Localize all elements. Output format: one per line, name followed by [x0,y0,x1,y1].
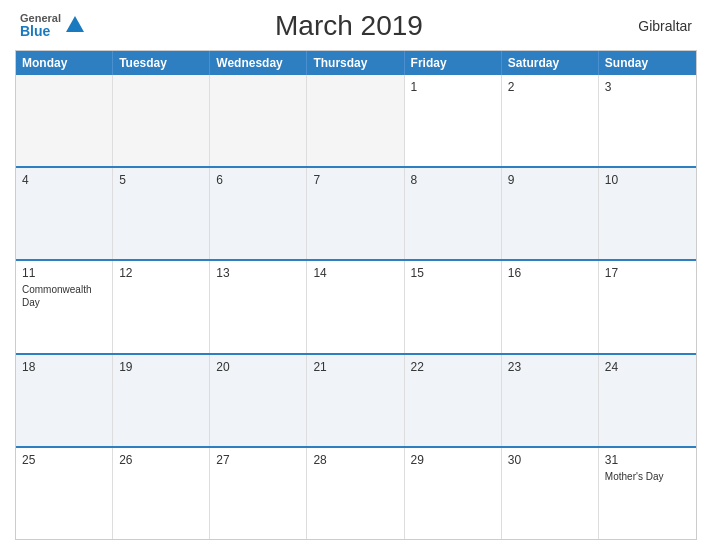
day-number: 26 [119,453,203,467]
day-number: 19 [119,360,203,374]
cal-cell-2-4: 7 [307,168,404,259]
cal-cell-1-4 [307,75,404,166]
day-number: 6 [216,173,300,187]
day-number: 9 [508,173,592,187]
header-cell-sunday: Sunday [599,51,696,75]
cal-cell-5-4: 28 [307,448,404,539]
day-number: 14 [313,266,397,280]
header-cell-saturday: Saturday [502,51,599,75]
header-cell-tuesday: Tuesday [113,51,210,75]
header-cell-friday: Friday [405,51,502,75]
day-number: 25 [22,453,106,467]
cal-cell-1-3 [210,75,307,166]
cal-cell-2-3: 6 [210,168,307,259]
calendar-week-2: 45678910 [16,168,696,261]
cal-cell-4-4: 21 [307,355,404,446]
event-text: Mother's Day [605,470,690,483]
day-number: 15 [411,266,495,280]
day-number: 13 [216,266,300,280]
cal-cell-3-6: 16 [502,261,599,352]
cal-cell-4-6: 23 [502,355,599,446]
svg-marker-0 [66,16,84,32]
calendar-body: 1234567891011Commonwealth Day12131415161… [16,75,696,539]
day-number: 4 [22,173,106,187]
cal-cell-3-5: 15 [405,261,502,352]
day-number: 17 [605,266,690,280]
header-cell-wednesday: Wednesday [210,51,307,75]
day-number: 12 [119,266,203,280]
header-cell-thursday: Thursday [307,51,404,75]
cal-cell-1-6: 2 [502,75,599,166]
cal-cell-5-1: 25 [16,448,113,539]
cal-cell-5-7: 31Mother's Day [599,448,696,539]
cal-cell-3-2: 12 [113,261,210,352]
day-number: 3 [605,80,690,94]
header: General Blue March 2019 Gibraltar [15,10,697,42]
day-number: 5 [119,173,203,187]
cal-cell-2-5: 8 [405,168,502,259]
cal-cell-4-2: 19 [113,355,210,446]
day-number: 2 [508,80,592,94]
cal-cell-2-7: 10 [599,168,696,259]
page: General Blue March 2019 Gibraltar Monday… [0,0,712,550]
header-cell-monday: Monday [16,51,113,75]
day-number: 8 [411,173,495,187]
cal-cell-5-5: 29 [405,448,502,539]
day-number: 10 [605,173,690,187]
cal-cell-5-2: 26 [113,448,210,539]
cal-cell-5-3: 27 [210,448,307,539]
day-number: 18 [22,360,106,374]
day-number: 23 [508,360,592,374]
cal-cell-1-7: 3 [599,75,696,166]
calendar-week-4: 18192021222324 [16,355,696,448]
day-number: 24 [605,360,690,374]
day-number: 7 [313,173,397,187]
cal-cell-2-2: 5 [113,168,210,259]
cal-cell-5-6: 30 [502,448,599,539]
day-number: 16 [508,266,592,280]
cal-cell-4-7: 24 [599,355,696,446]
day-number: 22 [411,360,495,374]
calendar-week-1: 123 [16,75,696,168]
cal-cell-1-2 [113,75,210,166]
event-text: Commonwealth Day [22,283,106,309]
day-number: 30 [508,453,592,467]
day-number: 27 [216,453,300,467]
day-number: 28 [313,453,397,467]
cal-cell-3-3: 13 [210,261,307,352]
calendar-header: MondayTuesdayWednesdayThursdayFridaySatu… [16,51,696,75]
day-number: 20 [216,360,300,374]
cal-cell-4-1: 18 [16,355,113,446]
cal-cell-3-7: 17 [599,261,696,352]
logo-blue-text: Blue [20,24,61,39]
cal-cell-1-5: 1 [405,75,502,166]
cal-cell-1-1 [16,75,113,166]
day-number: 31 [605,453,690,467]
calendar: MondayTuesdayWednesdayThursdayFridaySatu… [15,50,697,540]
logo: General Blue [20,12,86,39]
calendar-week-5: 25262728293031Mother's Day [16,448,696,539]
cal-cell-3-4: 14 [307,261,404,352]
cal-cell-3-1: 11Commonwealth Day [16,261,113,352]
day-number: 21 [313,360,397,374]
logo-icon [64,14,86,36]
day-number: 11 [22,266,106,280]
day-number: 1 [411,80,495,94]
cal-cell-4-5: 22 [405,355,502,446]
cal-cell-4-3: 20 [210,355,307,446]
region-label: Gibraltar [612,18,692,34]
day-number: 29 [411,453,495,467]
cal-cell-2-6: 9 [502,168,599,259]
cal-cell-2-1: 4 [16,168,113,259]
calendar-week-3: 11Commonwealth Day121314151617 [16,261,696,354]
calendar-title: March 2019 [86,10,612,42]
